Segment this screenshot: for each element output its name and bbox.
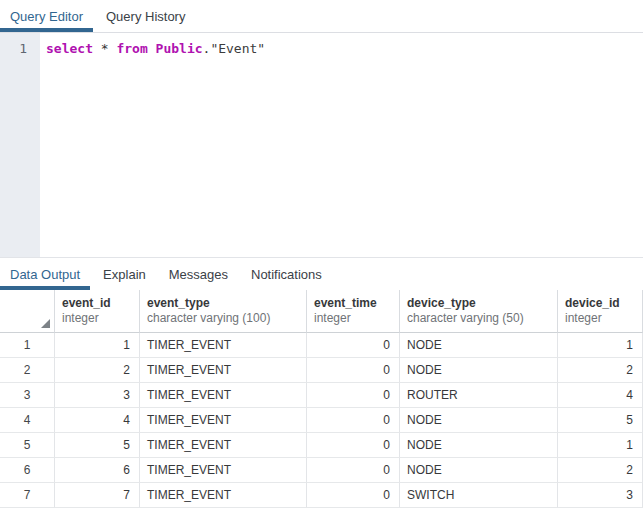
row-number[interactable]: 5 [0, 433, 55, 458]
row-number[interactable]: 3 [0, 383, 55, 408]
cell-event_id[interactable]: 4 [55, 408, 140, 433]
column-name: device_type [407, 295, 551, 311]
cell-device_type[interactable]: NODE [400, 458, 558, 483]
line-number: 1 [0, 40, 27, 58]
sql-code-line[interactable]: select * from Public."Event" [40, 33, 643, 257]
cell-event_id[interactable]: 3 [55, 383, 140, 408]
column-header-event_time[interactable]: event_timeinteger [307, 290, 400, 333]
output-tab-bar: Data Output Explain Messages Notificatio… [0, 257, 643, 290]
column-name: event_type [147, 295, 300, 311]
table-row: 44TIMER_EVENT0NODE5 [0, 408, 643, 433]
cell-event_id[interactable]: 7 [55, 483, 140, 508]
cell-device_type[interactable]: ROUTER [400, 383, 558, 408]
cell-event_time[interactable]: 0 [307, 333, 400, 358]
table-row: 66TIMER_EVENT0NODE2 [0, 458, 643, 483]
results-grid: event_idintegerevent_typecharacter varyi… [0, 290, 643, 508]
cell-event_id[interactable]: 5 [55, 433, 140, 458]
cell-event_type[interactable]: TIMER_EVENT [140, 383, 307, 408]
cell-device_id[interactable]: 5 [558, 408, 643, 433]
select-all-icon [41, 319, 50, 328]
sql-token: Public [156, 41, 203, 56]
query-tool-window: Query Editor Query History 1 select * fr… [0, 0, 643, 508]
tab-query-editor[interactable]: Query Editor [0, 0, 93, 32]
cell-device_id[interactable]: 2 [558, 458, 643, 483]
cell-event_type[interactable]: TIMER_EVENT [140, 333, 307, 358]
cell-event_type[interactable]: TIMER_EVENT [140, 358, 307, 383]
table-row: 11TIMER_EVENT0NODE1 [0, 333, 643, 358]
cell-event_time[interactable]: 0 [307, 433, 400, 458]
column-name: device_id [565, 295, 636, 311]
sql-editor[interactable]: 1 select * from Public."Event" [0, 33, 643, 257]
column-header-event_id[interactable]: event_idinteger [55, 290, 140, 333]
editor-tab-bar: Query Editor Query History [0, 0, 643, 33]
column-header-event_type[interactable]: event_typecharacter varying (100) [140, 290, 307, 333]
cell-event_id[interactable]: 6 [55, 458, 140, 483]
cell-device_type[interactable]: NODE [400, 408, 558, 433]
cell-event_time[interactable]: 0 [307, 458, 400, 483]
cell-event_type[interactable]: TIMER_EVENT [140, 458, 307, 483]
table-row: 77TIMER_EVENT0SWITCH3 [0, 483, 643, 508]
cell-device_id[interactable]: 2 [558, 358, 643, 383]
cell-device_id[interactable]: 1 [558, 433, 643, 458]
column-header-device_type[interactable]: device_typecharacter varying (50) [400, 290, 558, 333]
row-number[interactable]: 4 [0, 408, 55, 433]
column-type: character varying (100) [147, 311, 300, 326]
column-type: integer [314, 311, 393, 326]
cell-device_id[interactable]: 1 [558, 333, 643, 358]
cell-device_id[interactable]: 3 [558, 483, 643, 508]
column-header-device_id[interactable]: device_idinteger [558, 290, 643, 333]
cell-device_type[interactable]: NODE [400, 433, 558, 458]
table-row: 33TIMER_EVENT0ROUTER4 [0, 383, 643, 408]
column-name: event_time [314, 295, 393, 311]
cell-event_time[interactable]: 0 [307, 383, 400, 408]
sql-token: "Event" [210, 41, 265, 56]
cell-event_id[interactable]: 1 [55, 333, 140, 358]
cell-event_time[interactable]: 0 [307, 483, 400, 508]
table-row: 55TIMER_EVENT0NODE1 [0, 433, 643, 458]
grid-header-row: event_idintegerevent_typecharacter varyi… [0, 290, 643, 333]
tab-notifications[interactable]: Notifications [241, 258, 332, 290]
sql-token: * [101, 41, 109, 56]
tab-data-output[interactable]: Data Output [0, 258, 90, 290]
cell-event_type[interactable]: TIMER_EVENT [140, 483, 307, 508]
editor-gutter: 1 [0, 33, 40, 257]
cell-device_type[interactable]: SWITCH [400, 483, 558, 508]
cell-device_id[interactable]: 4 [558, 383, 643, 408]
select-all-corner[interactable] [0, 290, 55, 333]
tab-messages[interactable]: Messages [159, 258, 238, 290]
sql-token [93, 41, 101, 56]
cell-event_type[interactable]: TIMER_EVENT [140, 433, 307, 458]
row-number[interactable]: 2 [0, 358, 55, 383]
cell-event_time[interactable]: 0 [307, 408, 400, 433]
cell-device_type[interactable]: NODE [400, 333, 558, 358]
row-number[interactable]: 6 [0, 458, 55, 483]
row-number[interactable]: 7 [0, 483, 55, 508]
cell-event_type[interactable]: TIMER_EVENT [140, 408, 307, 433]
cell-device_type[interactable]: NODE [400, 358, 558, 383]
column-type: integer [565, 311, 636, 326]
tab-query-history[interactable]: Query History [96, 0, 195, 32]
table-row: 22TIMER_EVENT0NODE2 [0, 358, 643, 383]
sql-token: from [116, 41, 147, 56]
cell-event_time[interactable]: 0 [307, 358, 400, 383]
column-type: character varying (50) [407, 311, 551, 326]
column-name: event_id [62, 295, 133, 311]
tab-explain[interactable]: Explain [93, 258, 156, 290]
sql-token: select [46, 41, 93, 56]
row-number[interactable]: 1 [0, 333, 55, 358]
sql-token [148, 41, 156, 56]
column-type: integer [62, 311, 133, 326]
cell-event_id[interactable]: 2 [55, 358, 140, 383]
